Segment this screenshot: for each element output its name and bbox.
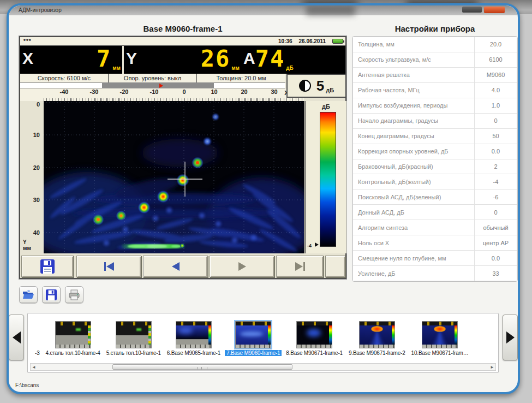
filmstrip-scrollbar[interactable]: ◄ ►: [30, 363, 496, 371]
thumb-header: [56, 322, 91, 325]
y-axis-ruler: 0 10 20 30 40 Y мм: [20, 101, 44, 253]
open-file-button[interactable]: [19, 286, 38, 303]
settings-row: Браковочный, дБ(красный) 2: [353, 159, 517, 174]
frame-label[interactable]: 4.сталь тол.10-frame-4: [44, 350, 102, 356]
filmstrip-item[interactable]: 9.Base M90671-frame-2: [347, 317, 407, 356]
filmstrip-item[interactable]: 5.сталь тол.10-frame-1: [105, 317, 163, 356]
save-frame-button[interactable]: [21, 256, 74, 277]
thumb-footer: [116, 345, 151, 348]
thumb-colorbar: [88, 325, 91, 345]
skip-to-end-icon: [291, 260, 309, 273]
settings-row: Контрольный, дБ(желтый) -4: [353, 174, 517, 189]
filmstrip-item[interactable]: 8.Base M90671-frame-1: [284, 317, 344, 356]
frame-thumbnail[interactable]: [359, 321, 395, 348]
filmstrip-item[interactable]: 6.Base M9065-frame-1: [165, 317, 222, 356]
scrollbar-thumb[interactable]: [112, 364, 292, 370]
open-folder-icon: [22, 289, 35, 300]
settings-row: Скорость ультразвука, м/с 6100: [353, 52, 517, 67]
settings-row: Смещение нуля по глубине, мм 0.0: [353, 251, 517, 266]
scrollbar-left-arrow[interactable]: ◄: [31, 364, 37, 370]
x-tick-label: -30: [79, 88, 109, 95]
setting-param: Конец диаграммы, градусы: [353, 128, 475, 144]
settings-row: Алгоритм синтеза обычный: [353, 220, 517, 235]
setting-param: Ноль оси X: [353, 235, 475, 251]
blank-button: [325, 256, 345, 277]
settings-row: Рабочая частота, МГц 4.0: [353, 82, 517, 98]
window-close-button[interactable]: [484, 7, 505, 13]
readout-unit: мм: [111, 65, 122, 74]
thumb-scan: [236, 325, 271, 345]
frame-label[interactable]: 5.сталь тол.10-frame-1: [105, 350, 163, 356]
y-tick-label: 40: [33, 229, 40, 236]
settings-row: Начало диаграммы, градусы 0: [353, 113, 517, 128]
frame-thumbnail[interactable]: [55, 321, 91, 348]
filmstrip-item[interactable]: -3: [33, 317, 41, 356]
readout-label: X: [20, 46, 33, 74]
contrast-control[interactable]: 5 дБ: [286, 74, 346, 98]
contrast-value: 5: [316, 78, 324, 94]
filmstrip-item[interactable]: 7.Base M9060-frame-1: [225, 317, 282, 356]
frame-thumbnail[interactable]: [116, 321, 152, 348]
frame-label[interactable]: 9.Base M90671-frame-2: [347, 350, 407, 356]
bscan-plot-area[interactable]: [44, 101, 304, 253]
setting-param: Смещение нуля по глубине, мм: [353, 251, 475, 266]
settings-row: Донный АСД, дБ 0: [353, 205, 517, 220]
frame-thumbnail[interactable]: [296, 321, 332, 348]
scan-info-bar: Скорость: 6100 м/с Опор. уровень: выкл Т…: [20, 74, 285, 83]
filmstrip-row: -3 4.сталь тол.10-frame-4: [28, 313, 498, 356]
y-axis-label: Y мм: [23, 239, 31, 251]
colorbar-unit: дБ: [306, 103, 346, 110]
window-title: АДМ-интровизор: [19, 7, 62, 13]
filmstrip-panel: -3 4.сталь тол.10-frame-4: [27, 313, 499, 373]
x-tick-label: 10: [199, 88, 229, 95]
thumb-colorbar: [148, 325, 151, 345]
frame-thumbnail[interactable]: [176, 321, 212, 348]
last-frame-button[interactable]: [276, 256, 324, 277]
frame-thumbnail[interactable]: [235, 321, 271, 348]
thumb-footer: [56, 345, 91, 348]
filmstrip-scroll-left-button[interactable]: [9, 315, 24, 360]
printer-icon: [68, 289, 80, 300]
info-segment: Скорость: 6100 м/с: [20, 74, 109, 82]
save-file-button[interactable]: [42, 286, 61, 303]
x-tick-label: 20: [229, 88, 259, 95]
settings-row: Ноль оси X центр АР: [353, 235, 517, 251]
filmstrip-scroll-right-button[interactable]: [503, 315, 518, 360]
frame-label[interactable]: 8.Base M90671-frame-1: [284, 350, 344, 356]
thumb-scan: [360, 325, 394, 345]
setting-value: 50: [475, 128, 517, 144]
window-maximize-button[interactable]: [462, 7, 482, 13]
thumb-header: [236, 322, 271, 325]
scrollbar-right-arrow[interactable]: ►: [489, 364, 495, 370]
frame-label[interactable]: 7.Base M9060-frame-1: [225, 350, 282, 356]
frame-label[interactable]: -3: [33, 350, 41, 356]
thumb-header: [422, 322, 457, 325]
readout-value: 26: [137, 46, 230, 74]
frame-label[interactable]: 6.Base M9065-frame-1: [165, 350, 222, 356]
filmstrip-item[interactable]: 10.Base M90671-fram…: [410, 317, 470, 356]
previous-frame-button[interactable]: [143, 256, 208, 277]
frame-label[interactable]: 10.Base M90671-fram…: [410, 350, 470, 356]
setting-value: 0.0: [475, 144, 517, 159]
play-forward-icon: [233, 260, 252, 273]
print-button[interactable]: [65, 286, 83, 303]
first-frame-button[interactable]: [76, 256, 141, 277]
settings-rows: Толщина, мм 20.0 Скорость ультразвука, м…: [353, 37, 517, 281]
floppy-icon: [46, 289, 57, 300]
setting-param: Браковочный, дБ(красный): [353, 159, 475, 174]
digital-readouts: X 7 мм Y 26 мм A 74 дБ: [20, 46, 345, 74]
setting-param: Рабочая частота, МГц: [353, 82, 475, 98]
window-titlebar: АДМ-интровизор: [9, 5, 518, 15]
contrast-icon: [299, 80, 311, 92]
status-bar-path: F:\bscans: [15, 382, 39, 388]
setting-value: центр АР: [475, 235, 517, 251]
thumb-header: [360, 322, 394, 325]
next-frame-button[interactable]: [210, 256, 274, 277]
x-axis-ruler: -40-30-20-100102030 X, мм: [20, 88, 304, 101]
frame-thumbnail[interactable]: [422, 321, 458, 348]
setting-value: 33: [475, 266, 517, 281]
thumb-footer: [236, 345, 271, 348]
y-tick-label: 30: [33, 197, 40, 203]
filmstrip-item[interactable]: 4.сталь тол.10-frame-4: [44, 317, 102, 356]
settings-row: Импульс возбуждения, периоды 1.0: [353, 98, 517, 113]
